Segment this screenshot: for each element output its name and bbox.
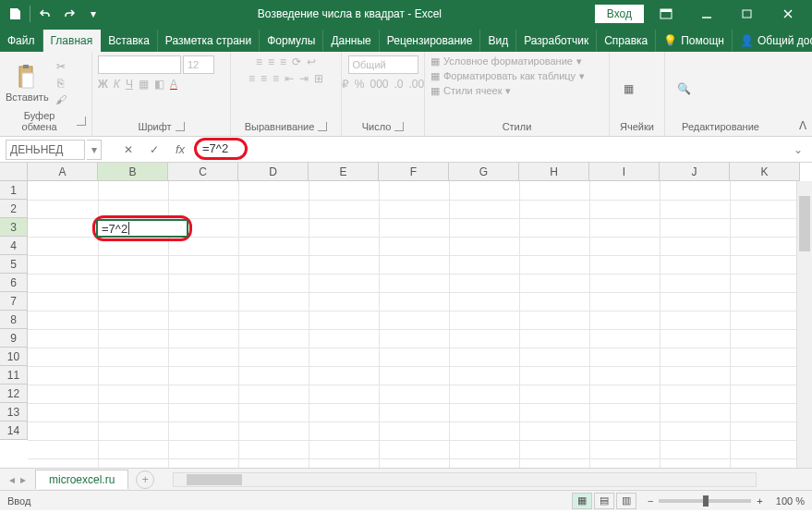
clipboard-dialog-launcher[interactable] bbox=[77, 116, 86, 126]
formula-input[interactable]: =7^2 bbox=[194, 140, 788, 160]
column-header-C[interactable]: C bbox=[168, 163, 238, 181]
underline-icon[interactable]: Ч bbox=[126, 78, 133, 91]
row-header-7[interactable]: 7 bbox=[0, 292, 28, 311]
format-painter-icon[interactable]: 🖌 bbox=[53, 92, 69, 107]
accounting-icon[interactable]: ₽ bbox=[342, 78, 349, 91]
align-top-icon[interactable]: ≡ bbox=[256, 55, 262, 68]
number-dialog-launcher[interactable] bbox=[394, 122, 404, 131]
tab-data[interactable]: Данные bbox=[323, 30, 379, 52]
align-bottom-icon[interactable]: ≡ bbox=[280, 55, 286, 68]
column-header-I[interactable]: I bbox=[589, 163, 660, 181]
tab-home[interactable]: Главная bbox=[43, 30, 102, 52]
vertical-scroll-thumb[interactable] bbox=[799, 196, 810, 251]
collapse-ribbon-icon[interactable]: ᐱ bbox=[799, 119, 806, 132]
zoom-percent[interactable]: 100 % bbox=[776, 495, 805, 507]
decrease-decimal-icon[interactable]: .00 bbox=[409, 78, 425, 91]
row-header-14[interactable]: 14 bbox=[0, 421, 28, 440]
wrap-text-icon[interactable]: ↩ bbox=[307, 55, 316, 68]
number-format-combo[interactable]: Общий bbox=[348, 55, 418, 74]
column-header-B[interactable]: B bbox=[98, 163, 168, 181]
tab-formulas[interactable]: Формулы bbox=[260, 30, 323, 52]
ribbon-display-options-icon[interactable] bbox=[648, 0, 685, 28]
alignment-dialog-launcher[interactable] bbox=[318, 122, 327, 131]
sheet-prev-icon[interactable]: ◂ bbox=[9, 473, 15, 486]
font-size-combo[interactable]: 12 bbox=[183, 55, 214, 74]
name-box-dropdown-icon[interactable]: ▾ bbox=[87, 140, 102, 160]
column-header-H[interactable]: H bbox=[519, 163, 589, 181]
row-header-4[interactable]: 4 bbox=[0, 237, 28, 255]
border-icon[interactable]: ▦ bbox=[139, 78, 149, 91]
tab-developer[interactable]: Разработчик bbox=[516, 30, 597, 52]
page-layout-view-icon[interactable]: ▤ bbox=[594, 493, 614, 509]
align-center-icon[interactable]: ≡ bbox=[261, 72, 267, 85]
close-icon[interactable] bbox=[770, 0, 806, 28]
column-header-D[interactable]: D bbox=[238, 163, 309, 181]
column-header-F[interactable]: F bbox=[379, 163, 449, 181]
paste-button[interactable]: Вставить bbox=[6, 64, 49, 103]
comma-icon[interactable]: 000 bbox=[370, 78, 388, 91]
align-right-icon[interactable]: ≡ bbox=[273, 72, 279, 85]
undo-icon[interactable] bbox=[34, 3, 56, 25]
minimize-icon[interactable] bbox=[688, 0, 725, 28]
cells-button[interactable]: ▦ bbox=[615, 76, 641, 102]
enter-formula-icon[interactable]: ✓ bbox=[142, 140, 166, 160]
tab-insert[interactable]: Вставка bbox=[101, 30, 158, 52]
tab-file[interactable]: Файл bbox=[0, 30, 43, 52]
font-color-icon[interactable]: А bbox=[170, 78, 177, 91]
horizontal-scroll-thumb[interactable] bbox=[187, 474, 242, 485]
increase-decimal-icon[interactable]: .0 bbox=[394, 78, 404, 91]
vertical-scrollbar[interactable] bbox=[796, 181, 812, 468]
column-header-J[interactable]: J bbox=[660, 163, 730, 181]
row-header-2[interactable]: 2 bbox=[0, 200, 28, 218]
column-header-K[interactable]: K bbox=[730, 163, 800, 181]
decrease-indent-icon[interactable]: ⇤ bbox=[285, 72, 294, 85]
cancel-formula-icon[interactable]: ✕ bbox=[116, 140, 140, 160]
column-header-E[interactable]: E bbox=[309, 163, 379, 181]
tab-help[interactable]: Справка bbox=[597, 30, 656, 52]
editing-button[interactable]: 🔍 bbox=[671, 76, 697, 102]
align-middle-icon[interactable]: ≡ bbox=[268, 55, 274, 68]
percent-icon[interactable]: % bbox=[355, 78, 365, 91]
maximize-icon[interactable] bbox=[729, 0, 766, 28]
zoom-out-icon[interactable]: − bbox=[648, 495, 653, 507]
zoom-slider[interactable] bbox=[659, 499, 751, 503]
cell-styles-button[interactable]: ▦Стили ячеек▾ bbox=[430, 85, 511, 97]
font-name-combo[interactable] bbox=[98, 55, 181, 74]
copy-icon[interactable]: ⎘ bbox=[53, 76, 69, 91]
tab-review[interactable]: Рецензирование bbox=[380, 30, 481, 52]
row-header-9[interactable]: 9 bbox=[0, 329, 28, 348]
tab-page-layout[interactable]: Разметка страни bbox=[158, 30, 260, 52]
expand-formula-bar-icon[interactable]: ⌄ bbox=[790, 143, 806, 156]
horizontal-scrollbar[interactable] bbox=[173, 472, 757, 487]
sign-in-button[interactable]: Вход bbox=[595, 5, 644, 23]
qat-customize-icon[interactable]: ▾ bbox=[82, 3, 104, 25]
row-header-13[interactable]: 13 bbox=[0, 403, 28, 421]
row-header-6[interactable]: 6 bbox=[0, 274, 28, 292]
merge-icon[interactable]: ⊞ bbox=[314, 72, 323, 85]
tab-view[interactable]: Вид bbox=[480, 30, 516, 52]
save-icon[interactable] bbox=[4, 3, 26, 25]
row-header-5[interactable]: 5 bbox=[0, 255, 28, 274]
format-as-table-button[interactable]: ▦Форматировать как таблицу▾ bbox=[430, 70, 585, 82]
row-header-10[interactable]: 10 bbox=[0, 348, 28, 366]
select-all-corner[interactable] bbox=[0, 163, 28, 181]
row-header-1[interactable]: 1 bbox=[0, 181, 28, 200]
conditional-formatting-button[interactable]: ▦Условное форматирование▾ bbox=[430, 55, 582, 67]
column-header-A[interactable]: A bbox=[28, 163, 98, 181]
normal-view-icon[interactable]: ▦ bbox=[572, 493, 592, 509]
increase-indent-icon[interactable]: ⇥ bbox=[299, 72, 309, 85]
tell-me-button[interactable]: 💡Помощн bbox=[656, 30, 733, 52]
redo-icon[interactable] bbox=[58, 3, 80, 25]
bold-icon[interactable]: Ж bbox=[98, 78, 108, 91]
row-header-3[interactable]: 3 bbox=[0, 218, 28, 237]
italic-icon[interactable]: К bbox=[114, 78, 120, 91]
insert-function-icon[interactable]: fx bbox=[168, 140, 192, 160]
row-header-12[interactable]: 12 bbox=[0, 385, 28, 403]
zoom-in-icon[interactable]: + bbox=[757, 495, 762, 507]
sheet-next-icon[interactable]: ▸ bbox=[20, 473, 26, 486]
font-dialog-launcher[interactable] bbox=[176, 122, 185, 131]
row-header-11[interactable]: 11 bbox=[0, 366, 28, 385]
name-box[interactable]: ДЕНЬНЕД bbox=[6, 140, 85, 160]
active-cell[interactable]: =7^2 bbox=[96, 219, 188, 238]
column-header-G[interactable]: G bbox=[449, 163, 519, 181]
